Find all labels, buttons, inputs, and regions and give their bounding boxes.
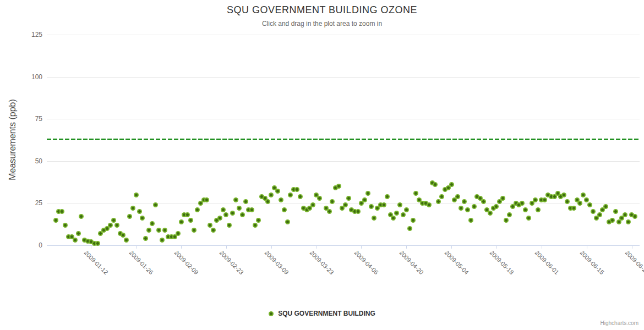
- y-tick-label: 100: [19, 73, 42, 81]
- y-tick-label: 125: [19, 31, 42, 38]
- x-tick-mark: [91, 245, 91, 249]
- x-tick-mark: [226, 245, 227, 249]
- x-tick-mark: [451, 245, 452, 249]
- x-tick-label: 2009-01-12: [83, 249, 110, 276]
- y-tick-label: 75: [19, 115, 42, 123]
- legend-marker-icon: [269, 311, 274, 316]
- x-tick-mark: [361, 245, 362, 249]
- legend-label: SQU GOVERNMENT BUILDING: [278, 310, 375, 317]
- x-tick-label: 2009-06-15: [578, 249, 605, 276]
- x-tick-label: 2009-06-01: [533, 249, 560, 276]
- x-tick-label: 2009-05-18: [488, 249, 515, 276]
- chart-title: SQU GOVERNMENT BUILDING OZONE: [0, 4, 644, 16]
- x-tick-label: 2009-02-23: [218, 249, 244, 276]
- x-tick-mark: [406, 245, 407, 249]
- x-tick-mark: [181, 245, 182, 249]
- plot-area[interactable]: [47, 29, 640, 245]
- x-tick-label: 2009-04-20: [399, 249, 425, 276]
- x-tick-label: 2009-05-04: [444, 249, 470, 276]
- y-tick-label: 50: [19, 157, 42, 165]
- x-tick-label: 2009-03-23: [308, 249, 335, 276]
- x-tick-mark: [542, 245, 542, 249]
- x-tick-label: 2009-06-29: [624, 249, 644, 276]
- legend-item[interactable]: SQU GOVERNMENT BUILDING: [0, 310, 644, 317]
- x-tick-label: 2009-03-09: [263, 249, 290, 276]
- x-tick-mark: [632, 245, 632, 249]
- chart-subtitle: Click and drag in the plot area to zoom …: [0, 20, 644, 28]
- x-tick-mark: [136, 245, 137, 249]
- chart: SQU GOVERNMENT BUILDING OZONE Click and …: [0, 0, 644, 330]
- y-axis-title: Measurements (ppb): [8, 35, 19, 245]
- x-tick-mark: [587, 245, 587, 249]
- x-tick-label: 2009-02-09: [173, 249, 200, 276]
- x-tick-mark: [316, 245, 317, 249]
- credits-link[interactable]: Highcharts.com: [601, 320, 638, 326]
- x-tick-label: 2009-01-26: [128, 249, 155, 276]
- y-tick-label: 25: [19, 199, 42, 207]
- x-tick-mark: [271, 245, 272, 249]
- x-tick-label: 2009-04-06: [353, 249, 380, 276]
- y-tick-label: 0: [19, 241, 42, 249]
- x-tick-mark: [496, 245, 497, 249]
